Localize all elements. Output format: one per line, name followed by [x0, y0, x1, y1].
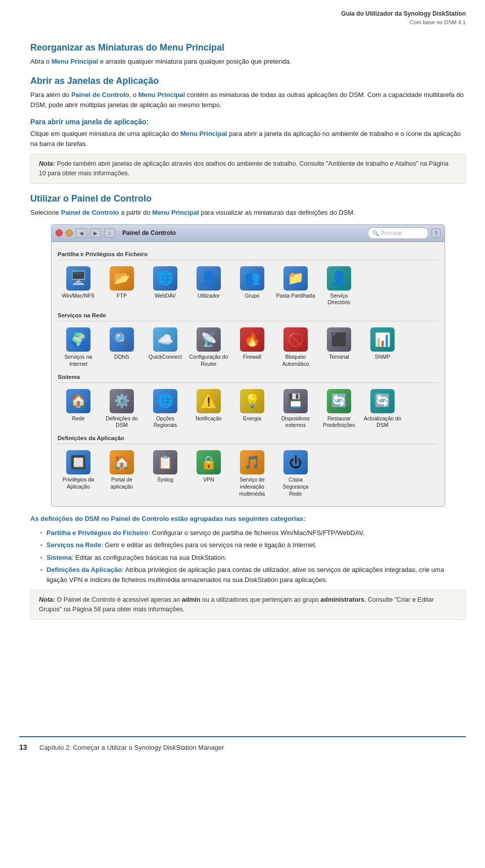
cat2-desc: : Gerir e editar as definições para os s… — [101, 541, 316, 549]
panel-body: Partilha e Privilégios do Ficheiro 🖥️ Wi… — [52, 242, 445, 507]
note2-text: O Painel de Controlo é acessível apenas … — [39, 596, 434, 613]
priv-app-label: Privilégios da Aplicação — [59, 476, 98, 490]
icon-notif[interactable]: ⚠️ Notificação — [188, 386, 229, 431]
section1-body: Abra o Menu Principal e arraste qualquer… — [30, 57, 466, 67]
winmacnfs-icon: 🖥️ — [66, 266, 90, 291]
page-wrapper: Guia do Utilizador da Synology DiskStati… — [0, 0, 485, 868]
footer-chapter-text: Capítulo 2: Começar a Utilizar o Synolog… — [39, 743, 224, 753]
icon-firewall[interactable]: 🔥 Firewall — [231, 324, 273, 369]
opcoes-icon: 🌐 — [153, 389, 177, 413]
panel-titlebar: ◀ ▶ ⌂ Painel de Controlo 🔍 Procurar ? — [52, 225, 445, 242]
router-icon: 📡 — [197, 327, 221, 352]
icon-servico-dir[interactable]: 👤 Serviço Directório — [318, 263, 360, 308]
panel-section-sys: Sistema — [58, 373, 439, 383]
icon-portal[interactable]: 🏠 Portal de aplicação — [101, 447, 142, 499]
quickconnect-icon: ☁️ — [153, 327, 177, 352]
titlebar-right: 🔍 Procurar ? — [368, 227, 441, 239]
servico-dir-label: Serviço Directório — [319, 293, 359, 306]
internet-label: Serviços na Internet — [59, 354, 98, 367]
section2-intro: Para além do Painel de Controlo, o Menu … — [30, 90, 466, 110]
webdav-icon: 🌐 — [153, 266, 177, 291]
portal-icon: 🏠 — [110, 450, 134, 474]
page-footer: 13 Capítulo 2: Começar a Utilizar o Syno… — [19, 736, 466, 758]
icon-ftp[interactable]: 📂 FTP — [101, 263, 142, 308]
icon-bloqueio[interactable]: 🚫 Bloqueio Automático — [275, 324, 316, 369]
restaurar-label: Restaurar Predefinições — [319, 415, 359, 429]
ddns-label: DDNS — [114, 354, 129, 361]
cat-item-1: Partilha e Privilégios do Ficheiro: Conf… — [40, 528, 466, 538]
icon-ddns[interactable]: 🔍 DDNS — [101, 324, 142, 369]
titlebar-left: ◀ ▶ ⌂ Painel de Controlo — [56, 228, 176, 237]
vpn-icon: 🔒 — [197, 450, 221, 474]
disp-ext-icon: 💾 — [283, 389, 308, 413]
panel-search-box[interactable]: 🔍 Procurar — [368, 227, 428, 239]
note-box-2: Nota: O Painel de Controlo é acessível a… — [30, 590, 466, 620]
icon-snmp[interactable]: 📊 SNMP — [362, 324, 403, 369]
section3-link2: Menu Principal — [152, 209, 199, 216]
syslog-icon: 📋 — [153, 450, 177, 474]
icon-webdav[interactable]: 🌐 WebDAV — [144, 263, 186, 308]
snmp-label: SNMP — [375, 354, 390, 361]
nav-home-button[interactable]: ⌂ — [104, 228, 115, 237]
icon-utilizador[interactable]: 👤 Utilizador — [188, 263, 229, 308]
section3-heading: Utilizar o Painel de Controlo — [30, 192, 466, 206]
icon-energia[interactable]: 💡 Energia — [231, 386, 273, 431]
terminal-label: Terminal — [329, 354, 349, 361]
rede-icon: 🏠 — [66, 389, 90, 413]
servico-dir-icon: 👤 — [327, 266, 351, 291]
spacer — [0, 635, 485, 736]
icon-vpn[interactable]: 🔒 VPN — [188, 447, 229, 499]
icon-syslog[interactable]: 📋 Syslog — [144, 447, 186, 499]
cat2-name: Serviços na Rede — [46, 541, 101, 549]
icon-def-dsm[interactable]: ⚙️ Definições do DSM — [101, 386, 142, 431]
section2-subbody: Clique em qualquer miniatura de uma apli… — [30, 129, 466, 149]
cat-item-3: Sistema: Editar as configurações básicas… — [40, 553, 466, 563]
close-button[interactable] — [56, 229, 63, 236]
notif-label: Notificação — [196, 415, 222, 422]
grupo-label: Grupo — [245, 293, 259, 300]
panel-screenshot: ◀ ▶ ⌂ Painel de Controlo 🔍 Procurar ? Pa… — [51, 224, 445, 507]
main-content: Reorganizar as Miniaturas do Menu Princi… — [0, 28, 485, 635]
icon-actdsm[interactable]: 🔄 Actualização do DSM — [362, 386, 403, 431]
actdsm-icon: 🔄 — [370, 389, 395, 413]
icon-media[interactable]: 🎵 Serviço de indexação multimédia — [231, 447, 273, 499]
cat3-desc: : Editar as configurações básicas na sua… — [72, 554, 226, 561]
net-icons-row: 🌍 Serviços na Internet 🔍 DDNS ☁️ QuickCo… — [58, 324, 439, 369]
icon-opcoes[interactable]: 🌐 Opções Regionais — [144, 386, 186, 431]
note1-label: Nota: — [39, 160, 55, 167]
icon-priv-app[interactable]: 🔲 Privilégios da Aplicação — [58, 447, 99, 499]
copia-icon: ⏻ — [283, 450, 308, 474]
section1-link1: Menu Principal — [52, 58, 98, 65]
quickconnect-label: QuickConnect — [149, 354, 182, 361]
icon-rede[interactable]: 🏠 Rede — [58, 386, 99, 431]
icon-grupo[interactable]: 👥 Grupo — [231, 263, 273, 308]
nav-back-button[interactable]: ◀ — [76, 228, 87, 237]
copia-label: Cópia Segurança Rede — [276, 476, 315, 497]
minimize-button[interactable] — [66, 229, 73, 236]
note2-label: Nota: — [39, 596, 55, 603]
cat1-name: Partilha e Privilégios do Ficheiro — [46, 529, 149, 537]
footer-page-number: 13 — [19, 742, 31, 753]
pasta-icon: 📁 — [283, 266, 308, 291]
icon-quickconnect[interactable]: ☁️ QuickConnect — [144, 324, 186, 369]
utilizador-icon: 👤 — [197, 266, 221, 291]
winmacnfs-label: Win/Mac/NFS — [62, 293, 95, 300]
nav-forward-button[interactable]: ▶ — [90, 228, 101, 237]
note2-admin: admin — [182, 596, 201, 603]
icon-copia[interactable]: ⏻ Cópia Segurança Rede — [275, 447, 316, 499]
terminal-icon: ⬛ — [327, 327, 351, 352]
icon-terminal[interactable]: ⬛ Terminal — [318, 324, 360, 369]
actdsm-label: Actualização do DSM — [363, 415, 402, 429]
icon-restaurar[interactable]: 🔄 Restaurar Predefinições — [318, 386, 360, 431]
panel-title: Painel de Controlo — [122, 228, 176, 237]
firewall-icon: 🔥 — [240, 327, 264, 352]
icon-pasta[interactable]: 📁 Pasta Partilhada — [275, 263, 316, 308]
icon-router[interactable]: 📡 Configuração do Router — [188, 324, 229, 369]
cat-item-4: Definições da Aplicação: Atribua privilé… — [40, 565, 466, 585]
icon-disp-ext[interactable]: 💾 Dispositivos externos — [275, 386, 316, 431]
note-box-1: Nota: Pode também abrir janelas de aplic… — [30, 154, 466, 184]
icon-winmacnfs[interactable]: 🖥️ Win/Mac/NFS — [58, 263, 99, 308]
vpn-label: VPN — [203, 476, 214, 484]
panel-help-button[interactable]: ? — [431, 228, 441, 237]
icon-internet[interactable]: 🌍 Serviços na Internet — [58, 324, 99, 369]
